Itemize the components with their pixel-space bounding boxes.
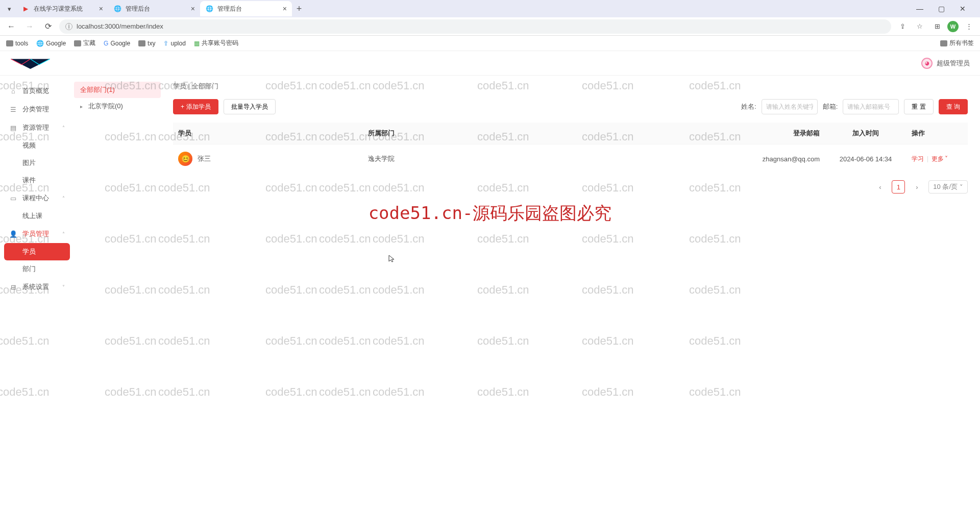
member-email: zhagnsan@qq.com (526, 144, 825, 174)
user-label[interactable]: 超级管理员 (937, 59, 970, 68)
new-tab-button[interactable]: + (292, 2, 306, 16)
folder-icon (6, 40, 13, 46)
bookmark-bar: tools 🌐Google 宝藏 GGoogle txy ⇪uplod ▦共享账… (0, 36, 980, 51)
filter-name-label: 姓名: (741, 102, 756, 111)
share-icon[interactable]: ⇪ (895, 19, 910, 34)
chevron-down-icon: ˅ (945, 155, 948, 162)
reset-button[interactable]: 重 置 (904, 99, 933, 114)
globe-icon: 🌐 (36, 40, 44, 47)
sidebar-sub-member[interactable]: 学员 (4, 243, 70, 260)
bookmark-item[interactable]: txy (138, 40, 155, 47)
minimize-icon[interactable]: — (913, 2, 927, 16)
page-number[interactable]: 1 (892, 180, 905, 194)
sidebar-item-settings[interactable]: ⊟系统设置˅ (4, 278, 70, 296)
upload-icon: ⇪ (163, 40, 168, 47)
col-email: 登录邮箱 (526, 123, 825, 144)
plus-icon: + (181, 103, 184, 110)
bookmark-item[interactable]: 🌐Google (36, 40, 66, 47)
user-avatar-icon[interactable]: ◕ (921, 58, 933, 69)
col-joined: 加入时间 (825, 123, 906, 144)
site-info-icon[interactable]: i (65, 23, 72, 30)
globe-icon: 🌐 (205, 5, 213, 13)
bookmark-item[interactable]: ⇪uplod (163, 40, 185, 47)
sidebar-item-course[interactable]: ▭课程中心˄ (4, 189, 70, 207)
filter-email-input[interactable] (843, 99, 899, 114)
maximize-icon[interactable]: ▢ (934, 2, 948, 16)
table-header-row: 学员 所属部门 登录邮箱 加入时间 操作 (173, 123, 968, 144)
breadcrumb: 学员 | 全部部门 (173, 82, 968, 91)
browser-tab-0[interactable]: ▶ 在线学习课堂系统 × (16, 1, 108, 16)
browser-tab-2[interactable]: 🌐 管理后台 × (200, 1, 292, 16)
close-icon[interactable]: × (99, 5, 103, 13)
sidebar-sub-dept[interactable]: 部门 (4, 260, 70, 278)
chevron-up-icon: ˄ (62, 196, 65, 201)
member-icon: 👤 (9, 230, 17, 238)
filter-name-input[interactable] (762, 99, 818, 114)
address-bar: ← → ⟳ i localhost:3000/member/index ⇪ ☆ … (0, 17, 980, 36)
forward-button[interactable]: → (22, 19, 37, 34)
bookmark-item[interactable]: 宝藏 (74, 39, 95, 47)
folder-icon (940, 40, 947, 46)
sidebar-sub-image[interactable]: 图片 (4, 154, 70, 172)
folder-icon (138, 40, 145, 46)
member-table: 学员 所属部门 登录邮箱 加入时间 操作 😊 张三 (173, 123, 968, 173)
sidebar-item-home[interactable]: ⌂首页概览 (4, 82, 70, 100)
sidebar-item-category[interactable]: ☰分类管理 (4, 100, 70, 118)
dept-child[interactable]: ▸北京学院(0) (74, 98, 161, 114)
app-logo[interactable] (7, 56, 53, 70)
member-dept: 逸夫学院 (363, 144, 526, 174)
chevron-down-icon: ˅ (62, 284, 65, 290)
settings-icon: ⊟ (9, 283, 17, 291)
member-avatar-icon: 😊 (178, 152, 192, 166)
back-button[interactable]: ← (4, 19, 18, 34)
close-icon[interactable]: × (191, 5, 195, 13)
add-member-button[interactable]: +添加学员 (173, 99, 218, 114)
chevron-up-icon: ˄ (62, 125, 65, 131)
star-icon[interactable]: ☆ (913, 19, 927, 34)
dept-root[interactable]: 全部部门(1) (74, 82, 161, 98)
sidebar-sub-online[interactable]: 线上课 (4, 207, 70, 225)
reload-button[interactable]: ⟳ (41, 19, 55, 34)
close-icon[interactable]: × (283, 5, 287, 13)
tab-title: 管理后台 (126, 5, 187, 13)
sidebar-sub-courseware[interactable]: 课件 (4, 172, 70, 189)
bookmark-item[interactable]: ▦共享账号密码 (194, 39, 238, 47)
tree-expand-icon[interactable]: ▸ (80, 104, 86, 109)
tabs-dropdown[interactable]: ▾ (4, 5, 14, 13)
profile-avatar[interactable]: W (947, 21, 959, 32)
close-window-icon[interactable]: ✕ (955, 2, 970, 16)
sidebar-sub-video[interactable]: 视频 (4, 137, 70, 154)
globe-icon: 🌐 (113, 5, 121, 13)
pagination: ‹ 1 › 10 条/页˅ (173, 180, 968, 194)
prev-page-button[interactable]: ‹ (873, 180, 887, 194)
browser-tab-1[interactable]: 🌐 管理后台 × (108, 1, 200, 16)
member-joined: 2024-06-06 14:34 (825, 144, 906, 174)
course-icon: ▭ (9, 195, 17, 202)
query-button[interactable]: 查 询 (939, 99, 968, 114)
folder-icon (74, 40, 81, 46)
table-row: 😊 张三 逸夫学院 zhagnsan@qq.com 2024-06-06 14:… (173, 144, 968, 174)
bulk-import-button[interactable]: 批量导入学员 (224, 99, 276, 114)
chevron-down-icon: ˅ (960, 183, 963, 191)
url-input[interactable]: i localhost:3000/member/index (59, 19, 891, 34)
window-controls: — ▢ ✕ (913, 2, 976, 16)
col-dept: 所属部门 (363, 123, 526, 144)
tab-title: 管理后台 (217, 5, 279, 13)
toolbar: +添加学员 批量导入学员 姓名: 邮箱: 重 置 查 询 (173, 99, 968, 114)
menu-icon[interactable]: ⋮ (962, 19, 976, 34)
next-page-button[interactable]: › (910, 180, 923, 194)
chevron-up-icon: ˄ (62, 231, 65, 237)
category-icon: ☰ (9, 106, 17, 113)
extensions-icon[interactable]: ⊞ (930, 19, 944, 34)
sidebar-item-member[interactable]: 👤学员管理˄ (4, 225, 70, 243)
page-size-select[interactable]: 10 条/页˅ (928, 180, 968, 194)
all-bookmarks[interactable]: 所有书签 (940, 39, 974, 47)
study-link[interactable]: 学习 (912, 155, 924, 163)
sidebar-nav: ⌂首页概览 ☰分类管理 ▤资源管理˄ 视频 图片 课件 ▭课程中心˄ 线上课 👤… (0, 76, 74, 531)
sidebar-item-resource[interactable]: ▤资源管理˄ (4, 118, 70, 137)
bookmark-item[interactable]: tools (6, 40, 28, 47)
filter-email-label: 邮箱: (823, 102, 838, 111)
bookmark-item[interactable]: GGoogle (104, 40, 130, 47)
resource-icon: ▤ (9, 124, 17, 132)
more-dropdown[interactable]: 更多˅ (932, 155, 948, 163)
